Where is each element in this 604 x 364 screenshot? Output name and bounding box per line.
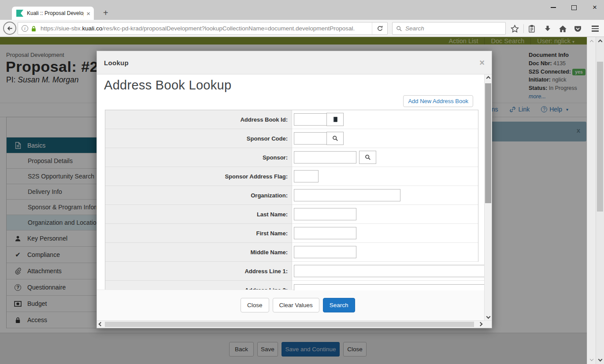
address-line-1-input[interactable] [294, 265, 486, 277]
modal-search-button[interactable]: Search [323, 298, 355, 312]
reload-icon [377, 25, 383, 32]
download-icon [544, 25, 551, 32]
minimize-icon [551, 7, 556, 8]
search-icon [365, 154, 371, 160]
new-tab-button[interactable]: + [103, 8, 108, 18]
field-row-address-line-2: Address Line 2: [105, 281, 478, 290]
scroll-down-icon[interactable] [486, 315, 490, 319]
downloads-button[interactable] [543, 24, 552, 33]
browser-search-box[interactable] [392, 22, 506, 35]
scroll-down-icon[interactable] [589, 357, 593, 361]
bookmark-star-button[interactable] [510, 24, 519, 33]
window-close-button[interactable]: × [590, 3, 599, 12]
field-row-sponsor: Sponsor: [105, 148, 478, 167]
add-new-address-book-button[interactable]: Add New Address Book [403, 95, 473, 107]
scrollbar-thumb[interactable] [485, 83, 491, 203]
home-button[interactable] [558, 24, 567, 33]
scroll-up-icon[interactable] [589, 40, 593, 44]
sponsor-code-input[interactable] [294, 132, 327, 145]
menu-button[interactable] [590, 24, 600, 33]
scroll-down-icon[interactable] [598, 357, 602, 362]
modal-close-button[interactable]: Close [241, 298, 269, 312]
modal-vertical-scrollbar[interactable] [484, 74, 492, 320]
search-icon [396, 26, 402, 32]
page-scrollbar[interactable] [587, 37, 596, 364]
middle-name-input[interactable] [294, 246, 356, 258]
browser-navbar: i https://siue-sbx.kuali.co/res/kc-pd-kr… [0, 20, 604, 37]
back-arrow-icon [7, 25, 13, 32]
search-input[interactable] [405, 25, 505, 32]
modal-footer: Close Clear Values Search [97, 290, 492, 320]
field-row-address-line-1: Address Line 1: [105, 262, 478, 281]
clipboard-icon [528, 25, 535, 33]
scroll-up-icon[interactable] [486, 76, 490, 81]
toolbar-separator [523, 24, 524, 33]
window-minimize-button[interactable] [549, 3, 558, 12]
sponsor-code-search-button[interactable] [326, 132, 344, 145]
star-icon [511, 25, 519, 33]
back-nav-button[interactable] [3, 22, 16, 35]
hamburger-icon [592, 26, 599, 31]
field-row-sponsor-address-flag: Sponsor Address Flag: [105, 167, 478, 186]
modal-horizontal-scrollbar[interactable] [97, 320, 492, 328]
address-line-2-input[interactable] [294, 284, 486, 291]
pocket-button[interactable] [573, 24, 582, 33]
scrollbar-thumb[interactable] [597, 62, 603, 212]
field-row-last-name: Last Name: [105, 205, 478, 224]
field-row-sponsor-code: Sponsor Code: [105, 129, 478, 148]
first-name-input[interactable] [294, 227, 356, 239]
window-maximize-button[interactable] [570, 3, 578, 12]
https-lock-icon[interactable] [31, 26, 37, 32]
kuali-favicon [16, 10, 23, 17]
scroll-right-icon[interactable] [478, 322, 483, 327]
pocket-icon [574, 25, 582, 33]
modal-header-title: Lookup [104, 59, 479, 67]
tab-close-icon[interactable]: × [86, 10, 90, 17]
browser-scrollbar[interactable] [596, 37, 604, 364]
address-book-lookup-button[interactable] [326, 113, 344, 126]
home-icon [559, 25, 567, 33]
scroll-left-icon[interactable] [99, 322, 103, 327]
modal-close-icon[interactable]: × [479, 58, 485, 68]
sponsor-address-flag-input[interactable] [294, 170, 319, 182]
field-row-middle-name: Middle Name: [105, 243, 478, 262]
info-icon[interactable]: i [22, 25, 28, 32]
organization-input[interactable] [294, 189, 400, 201]
sponsor-search-button[interactable] [359, 151, 376, 164]
field-row-address-book-id: Address Book Id: [105, 110, 478, 129]
book-icon [332, 116, 338, 123]
modal-header: Lookup × [97, 51, 492, 74]
bookmarks-menu-button[interactable] [527, 24, 537, 33]
scrollbar-thumb[interactable] [105, 322, 474, 327]
field-row-organization: Organization: [105, 186, 478, 205]
clear-values-button[interactable]: Clear Values [273, 298, 319, 312]
last-name-input[interactable] [294, 208, 356, 220]
sponsor-input[interactable] [294, 151, 356, 163]
reload-button[interactable] [372, 22, 387, 34]
lookup-title: Address Book Lookup [104, 78, 231, 93]
search-icon [332, 135, 338, 141]
url-bar[interactable]: i https://siue-sbx.kuali.co/res/kc-pd-kr… [18, 22, 388, 35]
field-row-first-name: First Name: [105, 224, 478, 243]
window-titlebar: Kuali :: Proposal Developme × + × [0, 0, 604, 20]
modal-content: Address Book Lookup Add New Address Book… [97, 74, 492, 290]
browser-tab[interactable]: Kuali :: Proposal Developme × [12, 7, 94, 20]
address-book-id-input[interactable] [294, 113, 327, 126]
tab-title: Kuali :: Proposal Developme [27, 10, 84, 16]
scroll-up-icon[interactable] [598, 40, 602, 44]
lookup-criteria-table: Address Book Id: Sponsor Code: Sponsor: [105, 110, 478, 290]
url-text: https://siue-sbx.kuali.co/res/kc-pd-krad… [41, 25, 355, 32]
lookup-modal: Lookup × Address Book Lookup Add New Add… [96, 51, 492, 328]
maximize-icon [571, 5, 577, 10]
